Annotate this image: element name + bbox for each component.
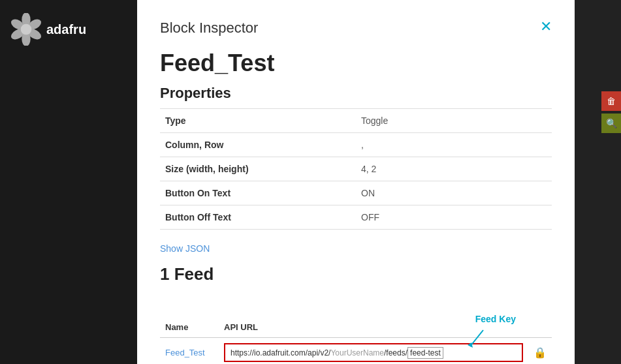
property-key: Column, Row: [160, 133, 356, 157]
modal-header: Block Inspector ✕: [160, 20, 552, 37]
svg-line-7: [470, 330, 483, 346]
right-toolbar: 🗑 🔍: [601, 91, 621, 133]
feed-key-label: Feed Key: [475, 314, 516, 324]
show-json-link[interactable]: Show JSON: [160, 243, 210, 254]
feed-table-wrapper: Feed Key Name API URL Feed_Test: [160, 317, 552, 364]
api-url-username: YourUserName: [330, 348, 384, 357]
property-key: Button Off Text: [160, 205, 356, 230]
property-key: Button On Text: [160, 181, 356, 205]
search-button[interactable]: 🔍: [601, 114, 621, 133]
properties-table: Type Toggle Column, Row , Size (width, h…: [160, 108, 552, 230]
feed-name-heading: Feed_Test: [160, 50, 552, 77]
feed-key-arrow-icon: [464, 327, 490, 350]
modal-title: Block Inspector: [160, 20, 258, 37]
property-key: Type: [160, 109, 356, 133]
properties-title: Properties: [160, 85, 552, 102]
adafruit-flower-icon: [10, 13, 42, 46]
property-value: 4, 2: [356, 157, 552, 181]
trash-icon: 🗑: [607, 96, 616, 106]
property-value: ON: [356, 181, 552, 205]
property-key: Size (width, height): [160, 157, 356, 181]
lock-icon: 🔒: [533, 347, 547, 358]
property-row: Size (width, height) 4, 2: [160, 157, 552, 181]
property-value: Toggle: [356, 109, 552, 133]
adafruit-logo: adafru: [10, 13, 86, 46]
property-row: Button On Text ON: [160, 181, 552, 205]
property-row: Type Toggle: [160, 109, 552, 133]
property-row: Button Off Text OFF: [160, 205, 552, 230]
api-url-prefix: https://io.adafruit.com/api/v2/: [231, 348, 330, 357]
svg-point-6: [21, 24, 32, 35]
col-header-name: Name: [160, 317, 219, 338]
feeds-title: 1 Feed: [160, 264, 552, 284]
api-url-middle: /feeds/: [384, 348, 407, 357]
sidebar: adafru: [0, 0, 137, 364]
property-row: Column, Row ,: [160, 133, 552, 157]
search-icon: 🔍: [606, 118, 617, 129]
adafruit-logo-text: adafru: [46, 22, 86, 37]
property-value: ,: [356, 133, 552, 157]
feed-row: Feed_Test https://io.adafruit.com/api/v2…: [160, 338, 552, 365]
property-value: OFF: [356, 205, 552, 230]
delete-button[interactable]: 🗑: [601, 91, 621, 111]
feed-name-link[interactable]: Feed_Test: [165, 348, 205, 357]
api-url-key: feed-test: [407, 347, 443, 359]
block-inspector-modal: Block Inspector ✕ Feed_Test Properties T…: [137, 0, 575, 364]
close-button[interactable]: ✕: [540, 20, 552, 34]
